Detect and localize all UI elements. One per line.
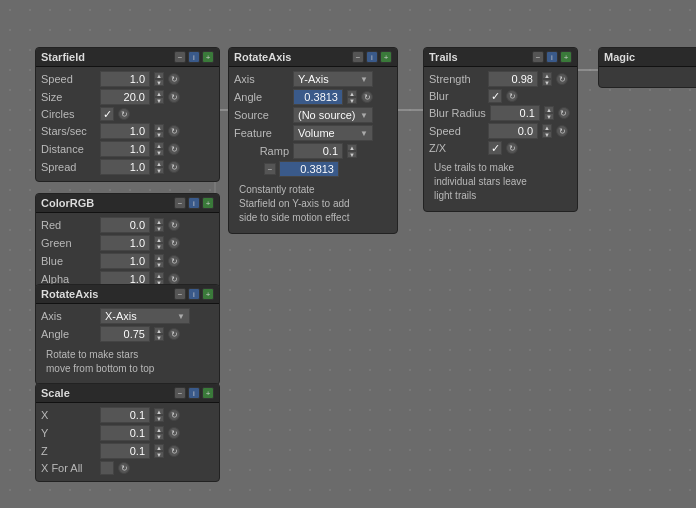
rotateaxis1-angle-input[interactable] [100,326,150,342]
blur-refresh[interactable]: ↻ [506,90,518,102]
speed-input[interactable] [100,71,150,87]
red-input[interactable] [100,217,150,233]
scale-y-down[interactable]: ▼ [154,433,164,440]
starssec-down[interactable]: ▼ [154,131,164,138]
alpha-up[interactable]: ▲ [154,272,164,279]
rotateaxis1-minus-btn[interactable]: − [174,288,186,300]
rotateaxis2-ramp-down[interactable]: ▼ [347,151,357,158]
size-up[interactable]: ▲ [154,90,164,97]
blue-refresh[interactable]: ↻ [168,255,180,267]
trailspeed-up[interactable]: ▲ [542,124,552,131]
trails-minus-btn[interactable]: − [532,51,544,63]
rotateaxis2-info-btn[interactable]: i [366,51,378,63]
green-refresh[interactable]: ↻ [168,237,180,249]
speed-refresh[interactable]: ↻ [168,73,180,85]
blur-checkbox[interactable]: ✓ [488,89,502,103]
blurradius-down[interactable]: ▼ [544,113,554,120]
rotateaxis1-angle-down[interactable]: ▼ [154,334,164,341]
blurradius-refresh[interactable]: ↻ [558,107,570,119]
distance-refresh[interactable]: ↻ [168,143,180,155]
scale-xforall-checkbox[interactable] [100,461,114,475]
rotateaxis2-feature-dropdown[interactable]: Volume ▼ [293,125,373,141]
scale-x-spinner[interactable]: ▲ ▼ [154,408,164,422]
rotateaxis2-angle-down[interactable]: ▼ [347,97,357,104]
scale-y-spinner[interactable]: ▲ ▼ [154,426,164,440]
scale-z-up[interactable]: ▲ [154,444,164,451]
trails-add-btn[interactable]: + [560,51,572,63]
spread-input[interactable] [100,159,150,175]
scale-add-btn[interactable]: + [202,387,214,399]
starfield-info-btn[interactable]: i [188,51,200,63]
scale-y-refresh[interactable]: ↻ [168,427,180,439]
colorrgb-minus-btn[interactable]: − [174,197,186,209]
rotateaxis2-angle-input[interactable] [293,89,343,105]
rotateaxis2-ramp-spinner[interactable]: ▲ ▼ [347,144,357,158]
distance-down[interactable]: ▼ [154,149,164,156]
strength-up[interactable]: ▲ [542,72,552,79]
green-spinner[interactable]: ▲ ▼ [154,236,164,250]
rotateaxis2-angle-refresh[interactable]: ↻ [361,91,373,103]
scale-z-refresh[interactable]: ↻ [168,445,180,457]
green-up[interactable]: ▲ [154,236,164,243]
scale-x-refresh[interactable]: ↻ [168,409,180,421]
speed-spinner[interactable]: ▲ ▼ [154,72,164,86]
scale-z-input[interactable] [100,443,150,459]
rotateaxis1-info-btn[interactable]: i [188,288,200,300]
rotateaxis2-angle-up[interactable]: ▲ [347,90,357,97]
starfield-minus-btn[interactable]: − [174,51,186,63]
trailspeed-down[interactable]: ▼ [542,131,552,138]
zx-checkbox[interactable]: ✓ [488,141,502,155]
scale-xforall-refresh[interactable]: ↻ [118,462,130,474]
scale-minus-btn[interactable]: − [174,387,186,399]
scale-x-up[interactable]: ▲ [154,408,164,415]
rotateaxis2-axis-dropdown[interactable]: Y-Axis ▼ [293,71,373,87]
zx-refresh[interactable]: ↻ [506,142,518,154]
blue-input[interactable] [100,253,150,269]
rotateaxis2-ramp-sub-btn[interactable]: − [264,163,276,175]
spread-refresh[interactable]: ↻ [168,161,180,173]
scale-x-input[interactable] [100,407,150,423]
strength-down[interactable]: ▼ [542,79,552,86]
rotateaxis1-axis-dropdown[interactable]: X-Axis ▼ [100,308,190,324]
red-up[interactable]: ▲ [154,218,164,225]
rotateaxis1-angle-refresh[interactable]: ↻ [168,328,180,340]
size-spinner[interactable]: ▲ ▼ [154,90,164,104]
speed-down[interactable]: ▼ [154,79,164,86]
starssec-up[interactable]: ▲ [154,124,164,131]
speed-up[interactable]: ▲ [154,72,164,79]
rotateaxis2-minus-btn[interactable]: − [352,51,364,63]
blue-up[interactable]: ▲ [154,254,164,261]
blurradius-spinner[interactable]: ▲ ▼ [544,106,554,120]
green-input[interactable] [100,235,150,251]
distance-up[interactable]: ▲ [154,142,164,149]
colorrgb-add-btn[interactable]: + [202,197,214,209]
scale-z-down[interactable]: ▼ [154,451,164,458]
rotateaxis1-angle-up[interactable]: ▲ [154,327,164,334]
scale-y-input[interactable] [100,425,150,441]
circles-refresh[interactable]: ↻ [118,108,130,120]
red-refresh[interactable]: ↻ [168,219,180,231]
red-spinner[interactable]: ▲ ▼ [154,218,164,232]
strength-spinner[interactable]: ▲ ▼ [542,72,552,86]
blue-spinner[interactable]: ▲ ▼ [154,254,164,268]
starssec-refresh[interactable]: ↻ [168,125,180,137]
scale-y-up[interactable]: ▲ [154,426,164,433]
scale-z-spinner[interactable]: ▲ ▼ [154,444,164,458]
blurradius-up[interactable]: ▲ [544,106,554,113]
starssec-input[interactable] [100,123,150,139]
trailspeed-spinner[interactable]: ▲ ▼ [542,124,552,138]
rotateaxis2-ramp-sub-input[interactable] [279,161,339,177]
distance-spinner[interactable]: ▲ ▼ [154,142,164,156]
red-down[interactable]: ▼ [154,225,164,232]
scale-x-down[interactable]: ▼ [154,415,164,422]
circles-checkbox[interactable]: ✓ [100,107,114,121]
size-input[interactable] [100,89,150,105]
trails-info-btn[interactable]: i [546,51,558,63]
rotateaxis2-ramp-input[interactable] [293,143,343,159]
spread-down[interactable]: ▼ [154,167,164,174]
size-refresh[interactable]: ↻ [168,91,180,103]
rotateaxis1-add-btn[interactable]: + [202,288,214,300]
blue-down[interactable]: ▼ [154,261,164,268]
strength-input[interactable] [488,71,538,87]
rotateaxis2-add-btn[interactable]: + [380,51,392,63]
